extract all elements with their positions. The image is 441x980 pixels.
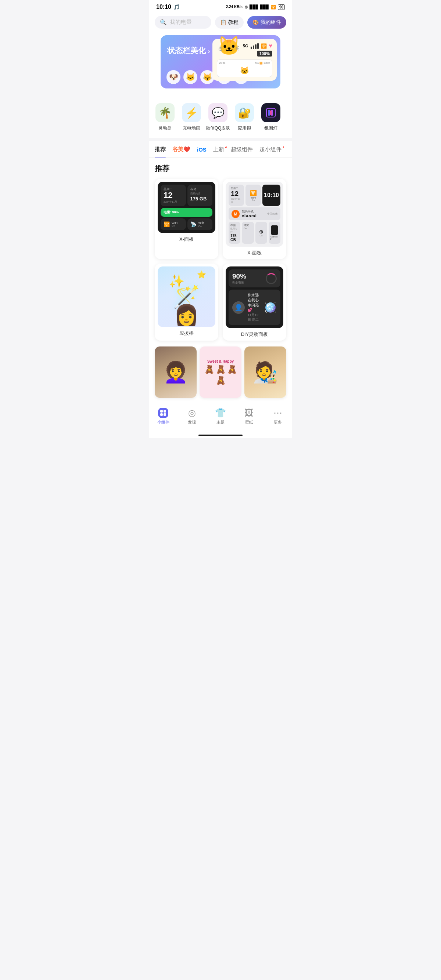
- dynamic-island-icon: 🌴: [155, 103, 174, 122]
- my-widgets-icon: 🎨: [252, 19, 259, 25]
- anime-icon: 🧑‍🎨: [253, 360, 278, 384]
- status-bar-banner[interactable]: 状态栏美化 › 🐱 🐶 🐱 😺 🐼 ··· 5G �: [161, 35, 280, 89]
- wallpaper-icon: 🖼: [245, 408, 254, 418]
- search-icon: 🔍: [160, 19, 167, 26]
- ambient-light-icon: [261, 103, 280, 122]
- tiktok-icon: 🎵: [173, 4, 180, 10]
- nav-more[interactable]: ⋯ 更多: [264, 408, 292, 425]
- cell-cell-dark: 📡 蜂窝 On: [187, 218, 213, 230]
- svg-rect-1: [268, 110, 270, 116]
- section-title: 推荐: [155, 164, 286, 173]
- mini-dot: ●: [283, 145, 284, 149]
- recommend-section: 推荐 星期二 12 2024年11月 存储 已用内容 175 GB: [149, 158, 292, 347]
- wifi-cell-light: 🛜 WiFi On: [246, 185, 261, 206]
- bottom-nav: 小组件 ◎ 发现 👕 主题 🖼 壁纸 ⋯ 更多: [149, 404, 292, 433]
- more-icon: ⋯: [273, 408, 282, 418]
- nav-discover-label: 发现: [188, 420, 196, 425]
- date-cell-light: 星期二 12 2024年11月: [228, 185, 244, 206]
- mini-cat: 🐱: [219, 66, 270, 75]
- tab-mini-widget[interactable]: 超小组件 ●: [259, 146, 281, 158]
- banner-battery: 100%: [257, 51, 272, 57]
- time-cell-light: 10:10: [262, 185, 280, 206]
- svg-rect-5: [163, 410, 166, 412]
- my-widgets-button[interactable]: 🎨 我的组件: [247, 16, 286, 29]
- nav-themes[interactable]: 👕 主题: [206, 408, 235, 425]
- cheer-stick-label: 应援棒: [155, 327, 218, 339]
- bear-stickers: 🧸 🧸 🧸 🧸: [200, 365, 241, 385]
- home-indicator: [149, 433, 292, 438]
- tutorial-button[interactable]: 📋 教程: [215, 16, 244, 29]
- network-speed: 2.24 KB/s: [226, 5, 243, 9]
- search-placeholder: 我的电量: [170, 19, 192, 26]
- diy-panel-card[interactable]: 90% 剩余电量 👤 你永远在我心中闪亮💕 11月12日 周二 🪩: [223, 264, 286, 340]
- battery-bar-dark: 电量: 90%: [161, 208, 213, 217]
- nav-discover[interactable]: ◎ 发现: [177, 408, 206, 425]
- diy-avatar: 👤: [232, 301, 245, 314]
- status-time: 10:10: [156, 4, 171, 10]
- portrait-icon: 👩‍🦱: [163, 360, 189, 384]
- wechat-skin-icon: 💬: [208, 103, 227, 122]
- date-cell-dark: 星期二 12 2024年11月: [161, 185, 186, 206]
- svg-rect-3: [270, 110, 272, 115]
- cheer-stick-card[interactable]: 🪄 ✨ ⭐ 👩 应援棒: [155, 264, 218, 340]
- svg-rect-4: [160, 410, 163, 412]
- category-charge-animation[interactable]: ⚡ 充电动画: [178, 103, 205, 131]
- category-ambient-light[interactable]: 氛围灯: [257, 103, 284, 131]
- tab-ios[interactable]: iOS: [197, 146, 206, 157]
- widget-grid: 星期二 12 2024年11月 存储 已用内容 175 GB 电量: 90%: [155, 179, 286, 340]
- nav-widgets[interactable]: 小组件: [149, 408, 177, 425]
- cheer-stick-image: 🪄 ✨ ⭐ 👩: [158, 266, 215, 327]
- sweet-happy-card[interactable]: Sweet & Happy 🧸 🧸 🧸 🧸: [200, 347, 241, 398]
- spinner-icon: [266, 273, 277, 284]
- nav-more-label: 更多: [274, 420, 282, 425]
- discover-icon: ◎: [188, 408, 196, 418]
- new-dot: ●: [225, 145, 227, 149]
- ambient-light-label: 氛围灯: [264, 125, 278, 131]
- tutorial-label: 教程: [228, 19, 238, 26]
- nav-wallpaper-label: 壁纸: [245, 420, 253, 425]
- top-nav: 🔍 我的电量 📋 教程 🎨 我的组件: [149, 12, 292, 34]
- sweet-label: Sweet & Happy: [207, 360, 234, 363]
- status-right: 2.24 KB/s ⊕ ▊▊▊ ▊▊▊ 🛜 90: [226, 5, 285, 10]
- bluetooth-icon: ⊕: [244, 5, 248, 10]
- category-dynamic-island[interactable]: 🌴 灵动岛: [152, 103, 178, 131]
- wifi-cell-dark: 🛜 WiFi On: [161, 218, 186, 230]
- tab-guimei[interactable]: 谷美❤️: [173, 146, 190, 158]
- tab-new[interactable]: 上新 ●: [213, 146, 224, 158]
- portrait-card[interactable]: 👩‍🦱: [155, 347, 197, 398]
- diy-battery-row: 90% 剩余电量: [228, 269, 280, 287]
- carrier-cell-light: 蜂窝 On: [242, 222, 254, 244]
- search-bar[interactable]: 🔍 我的电量: [155, 16, 211, 29]
- signal2-icon: ▊▊▊: [260, 5, 269, 10]
- animal-1[interactable]: 🐶: [166, 70, 181, 84]
- x-panel-light-card[interactable]: 星期二 12 2024年11月 🛜 WiFi On 10:10: [223, 179, 286, 259]
- category-wechat-skin[interactable]: 💬 微信QQ皮肤: [205, 103, 231, 131]
- nav-wallpaper[interactable]: 🖼 壁纸: [235, 408, 264, 425]
- tab-recommend[interactable]: 推荐: [155, 146, 166, 158]
- animal-2[interactable]: 🐱: [184, 70, 197, 84]
- anime-card[interactable]: 🧑‍🎨: [244, 347, 286, 398]
- charge-animation-label: 充电动画: [183, 125, 200, 131]
- tab-super-widget[interactable]: 超级组件: [231, 146, 253, 158]
- categories-row: 🌴 灵动岛 ⚡ 充电动画 💬 微信QQ皮肤 🔐 应用锁 氛围灯: [149, 98, 292, 138]
- themes-icon: 👕: [215, 408, 226, 418]
- dynamic-island-label: 灵动岛: [158, 125, 172, 131]
- wifi-status: 🛜: [261, 43, 267, 49]
- x-panel-dark-label: X-面板: [155, 233, 218, 245]
- battery-indicator: 90: [278, 5, 285, 10]
- x-panel-dark-card[interactable]: 星期二 12 2024年11月 存储 已用内容 175 GB 电量: 90%: [155, 179, 218, 259]
- svg-rect-6: [160, 413, 163, 416]
- heart-icon: ♥: [269, 43, 273, 49]
- diy-message-row: 👤 你永远在我心中闪亮💕 11月12日 周二 🪩: [228, 290, 280, 325]
- category-app-lock[interactable]: 🔐 应用锁: [231, 103, 257, 131]
- my-widgets-label: 我的组件: [260, 19, 281, 26]
- storage-cell-light: 存储 已用内容 175 GB: [228, 222, 240, 244]
- diy-panel-label: DIY灵动面板: [223, 328, 286, 340]
- wifi-icon: 🛜: [271, 5, 276, 10]
- wechat-skin-label: 微信QQ皮肤: [206, 125, 230, 131]
- signal-bars: [251, 43, 259, 49]
- section-divider: [149, 138, 292, 141]
- tutorial-icon: 📋: [220, 19, 226, 25]
- signal-5g: 5G: [243, 44, 248, 48]
- status-left: 10:10 🎵: [156, 4, 180, 10]
